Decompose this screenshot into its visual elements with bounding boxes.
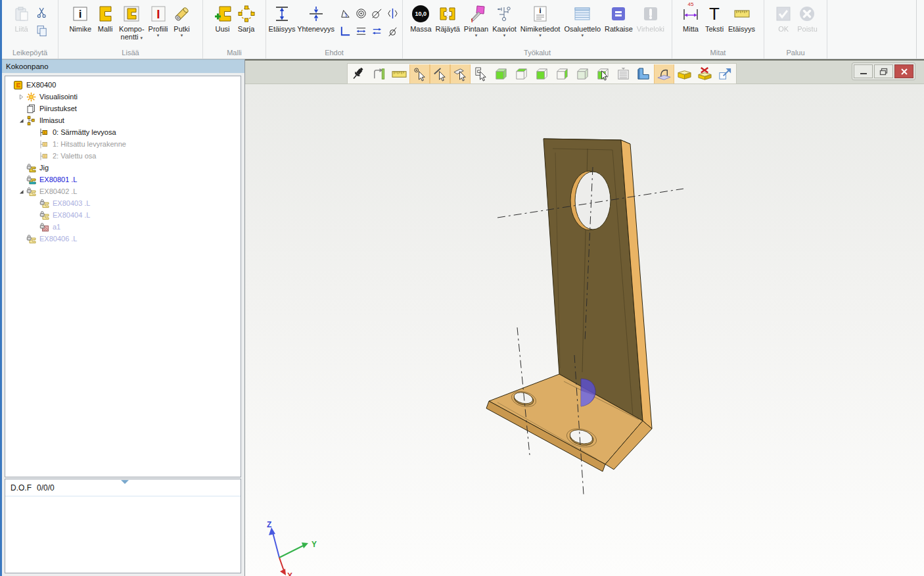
profile-icon [149, 3, 168, 25]
tree-item-piirustukset[interactable]: Piirustukset [16, 103, 241, 114]
concentric-icon [355, 7, 367, 20]
representation-icon [39, 128, 51, 137]
dof-value: 0/0/0 [37, 483, 55, 492]
group-label-dimensions: Mitat [672, 49, 764, 57]
tree-item-sarmatty-levyosa[interactable]: 0: Särmätty levyosa [39, 126, 241, 138]
axis-z-label: Z [267, 520, 271, 529]
assembly-sidebar: Kokoonpano EX80400 Visualisointi Piirust… [0, 59, 245, 576]
tree-item-hitsattu-levyrakenne[interactable]: 1: Hitsattu levyrakenne [39, 138, 241, 150]
new-model-icon [213, 3, 233, 25]
tree-item-ex80801[interactable]: EX80801 .L [16, 174, 241, 185]
tree-item-ex80404[interactable]: EX80404 .L [39, 209, 241, 221]
coincidence-icon [306, 3, 326, 25]
ok-button[interactable]: OK [772, 2, 795, 34]
collapse-panel-icon[interactable] [121, 480, 129, 484]
fix-constraint-button[interactable] [384, 22, 400, 40]
axis-y-label: Y [312, 540, 317, 549]
text-button[interactable]: Teksti [703, 2, 726, 34]
expander-collapsed-icon[interactable] [16, 92, 26, 102]
representations-icon [26, 116, 37, 126]
l-bracket-model [486, 139, 652, 471]
tree-item-ex80400[interactable]: EX80400 [13, 79, 241, 91]
ribbon-group-tools: 10,0 Massa Räjäytä Pintaan ▾ Kaaviot ▾ N… [403, 0, 672, 59]
clipboard-icon [12, 3, 32, 25]
chevron-down-icon: ▾ [581, 33, 584, 38]
model-button[interactable]: Malli [94, 2, 116, 34]
item-data-button[interactable]: Nimiketiedot ▾ [519, 2, 562, 39]
tree-item-ex80403[interactable]: EX80403 .L [39, 197, 241, 209]
ribbon-group-model: Uusi Sarja Malli [203, 0, 266, 59]
tree-item-valettu-osa[interactable]: 2: Valettu osa [39, 150, 241, 162]
axis-triad: Z Y X [267, 520, 317, 576]
explode-button[interactable]: Räjäytä [434, 2, 461, 34]
series-icon [237, 3, 256, 25]
tangent-icon [371, 7, 383, 20]
symmetry-icon [386, 7, 399, 20]
scissors-icon [35, 6, 49, 19]
ok-check-icon [774, 3, 793, 25]
profile-button[interactable]: Profiili ▾ [147, 2, 170, 39]
paste-label: Liitä [14, 25, 28, 33]
exit-icon [797, 3, 817, 25]
equal-distance-icon [355, 25, 367, 37]
locked-component-icon [39, 199, 51, 208]
angle-icon [339, 7, 352, 20]
ribbon: Liitä Leikepöytä Nimike Malli Kompo-nent… [0, 0, 924, 59]
measure-distance-button[interactable]: Etäisyys [727, 2, 756, 34]
coincidence-button[interactable]: Yhtenevyys [297, 2, 335, 34]
item-button[interactable]: Nimike [68, 2, 93, 34]
parts-list-button[interactable]: Osaluettelo ▾ [563, 2, 602, 39]
perpendicular-constraint-button[interactable] [337, 22, 353, 40]
dimension-button[interactable]: 45 Mitta [680, 2, 702, 34]
representation-icon [39, 139, 51, 149]
ribbon-empty-area [827, 0, 917, 59]
locked-part-icon [39, 222, 51, 232]
locked-component-icon [26, 234, 37, 244]
tangent-constraint-button[interactable] [369, 5, 384, 22]
solve-button[interactable]: Ratkaise [603, 2, 634, 34]
fix-icon [386, 25, 399, 37]
new-button[interactable]: Uusi [212, 2, 234, 34]
to-surface-button[interactable]: Pintaan ▾ [463, 2, 490, 39]
group-label-insert: Lisää [58, 49, 202, 57]
schematics-button[interactable]: Kaaviot ▾ [491, 2, 518, 39]
tree-item-visualisointi[interactable]: Visualisointi [16, 91, 241, 103]
angle-constraint-button[interactable] [337, 5, 353, 22]
error-log-button[interactable]: Virheloki [635, 2, 666, 34]
group-label-model: Malli [203, 49, 266, 57]
model-viewport[interactable]: Z Y X [245, 59, 924, 576]
distance-icon [272, 3, 292, 25]
tree-item-jig[interactable]: Jig [16, 162, 241, 174]
locked-component-icon [26, 163, 37, 173]
copy-button[interactable] [34, 23, 50, 39]
concentric-constraint-button[interactable] [353, 5, 369, 22]
chevron-down-icon: ▾ [181, 33, 183, 38]
dof-panel: D.O.F 0/0/0 [5, 479, 241, 573]
series-button[interactable]: Sarja [235, 2, 258, 34]
cut-button[interactable] [34, 5, 50, 20]
expander-expanded-icon[interactable] [16, 187, 26, 197]
paste-button[interactable]: Liitä [11, 2, 33, 34]
exit-button[interactable]: Poistu [796, 2, 819, 34]
model-icon [95, 3, 115, 25]
group-label-tools: Työkalut [403, 49, 672, 57]
component-icon [122, 3, 141, 25]
group-label-constraints: Ehdot [266, 49, 402, 57]
distance-constraint-button[interactable]: Etäisyys [268, 2, 296, 34]
parallel-constraint-button[interactable] [369, 22, 384, 40]
tree-item-ex80406[interactable]: EX80406 .L [16, 233, 241, 245]
tree-item-ilmiasut[interactable]: Ilmiasut [16, 114, 241, 126]
ribbon-group-dimensions: 45 Mitta Teksti Etäisyys Mitat [672, 0, 764, 59]
tree-item-ex80402[interactable]: EX80402 .L [16, 185, 241, 197]
pipe-button[interactable]: Putki ▾ [171, 2, 193, 39]
tree-item-a1[interactable]: a1 [39, 221, 241, 233]
ruler-icon [732, 3, 752, 25]
expander-expanded-icon[interactable] [16, 116, 26, 126]
left-accent-bar [0, 0, 2, 576]
3d-model-canvas[interactable]: Z Y X [245, 59, 924, 576]
component-button[interactable]: Kompo-nentti ▾ [118, 2, 146, 41]
parts-list-icon [572, 3, 592, 25]
mass-button[interactable]: 10,0 Massa [409, 2, 432, 34]
equal-distance-constraint-button[interactable] [353, 22, 369, 40]
symmetry-constraint-button[interactable] [384, 5, 400, 22]
